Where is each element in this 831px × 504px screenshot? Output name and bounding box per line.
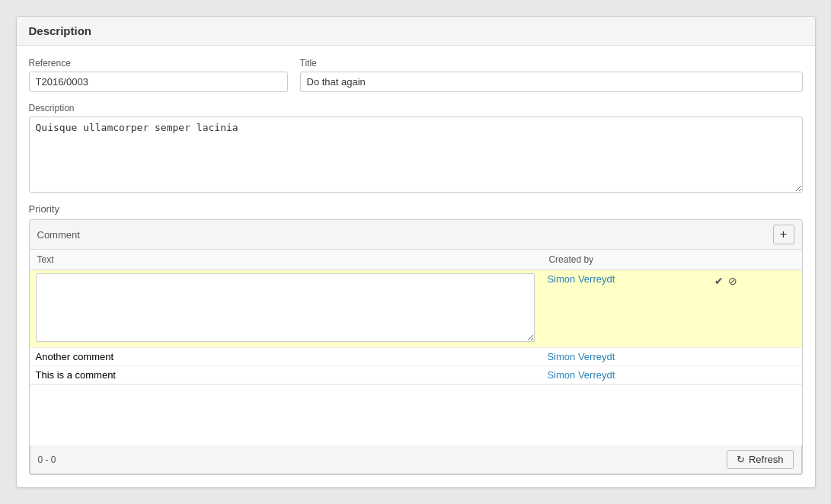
comment-text-input[interactable] xyxy=(36,273,535,342)
main-card: Description Reference Title Description … xyxy=(16,16,816,488)
cancel-icon[interactable]: ⊘ xyxy=(728,275,737,287)
refresh-button[interactable]: ↻ Refresh xyxy=(727,450,794,469)
col-text-header: Text xyxy=(30,250,542,270)
row-text-cell: This is a comment xyxy=(30,366,542,384)
card-body: Reference Title Description Quisque ulla… xyxy=(17,46,815,487)
row-created-cell: Simon Verreydt xyxy=(541,366,708,384)
title-input[interactable] xyxy=(300,72,803,92)
reference-group: Reference xyxy=(29,58,288,92)
reference-label: Reference xyxy=(29,58,288,69)
table-footer: 0 - 0 ↻ Refresh xyxy=(30,445,802,474)
empty-panel xyxy=(30,384,802,445)
card-title: Description xyxy=(17,17,815,46)
editing-created-cell: Simon Verreydt xyxy=(541,270,708,348)
add-comment-button[interactable]: + xyxy=(773,225,794,244)
refresh-icon: ↻ xyxy=(737,454,745,465)
comment-editing-row: Simon Verreydt ✔ ⊘ xyxy=(30,270,802,348)
refresh-label: Refresh xyxy=(749,454,784,465)
editing-user-link[interactable]: Simon Verreydt xyxy=(547,273,615,285)
reference-title-row: Reference Title xyxy=(29,58,803,92)
row-created-by[interactable]: Simon Verreydt xyxy=(547,351,615,362)
row-actions-cell xyxy=(708,366,801,384)
row-created-by[interactable]: Simon Verreydt xyxy=(547,369,615,381)
row-text: Another comment xyxy=(36,351,114,362)
table-row: This is a comment Simon Verreydt xyxy=(30,366,802,384)
priority-label: Priority xyxy=(29,203,803,215)
editing-actions-cell: ✔ ⊘ xyxy=(708,270,801,348)
plus-icon: + xyxy=(780,228,787,241)
title-group: Title xyxy=(300,58,803,92)
description-group: Description Quisque ullamcorper semper l… xyxy=(29,103,803,193)
description-textarea[interactable]: Quisque ullamcorper semper lacinia xyxy=(29,116,803,193)
col-created-header: Created by xyxy=(541,250,708,270)
comment-toolbar-label: Comment xyxy=(37,229,80,241)
action-icons: ✔ ⊘ xyxy=(714,273,795,287)
confirm-icon[interactable]: ✔ xyxy=(714,275,724,287)
pagination-info: 0 - 0 xyxy=(38,455,56,465)
reference-input[interactable] xyxy=(29,72,288,92)
table-row: Another comment Simon Verreydt xyxy=(30,348,802,366)
row-created-cell: Simon Verreydt xyxy=(541,348,708,366)
editing-text-cell xyxy=(30,270,542,348)
comment-table-head: Text Created by xyxy=(30,250,802,270)
comment-table: Text Created by Simon Verreydt xyxy=(30,250,802,384)
comment-table-body: Simon Verreydt ✔ ⊘ Another comment xyxy=(30,270,802,384)
row-text-cell: Another comment xyxy=(30,348,542,366)
comment-toolbar: Comment + xyxy=(30,220,802,250)
row-text: This is a comment xyxy=(36,369,116,381)
title-label: Title xyxy=(300,58,803,69)
description-label: Description xyxy=(29,103,803,113)
comment-panel: Comment + Text Created by xyxy=(29,219,803,475)
comment-table-header-row: Text Created by xyxy=(30,250,802,270)
col-actions-header xyxy=(708,250,801,270)
row-actions-cell xyxy=(708,348,801,366)
